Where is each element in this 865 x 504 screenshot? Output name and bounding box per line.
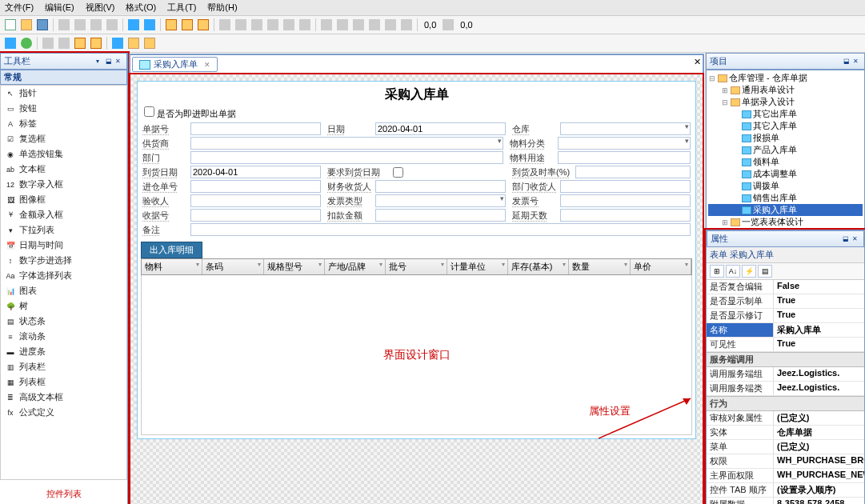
tb-del[interactable] (105, 18, 119, 32)
inp-rate[interactable] (575, 166, 691, 178)
grid-column[interactable]: 计量单位 (447, 259, 508, 274)
grid-column[interactable]: 物料 (142, 259, 202, 274)
inp-remark[interactable] (190, 223, 691, 236)
tb-redo[interactable] (142, 18, 157, 32)
menubar[interactable]: 文件(F) 编辑(E) 视图(V) 格式(O) 工具(T) 帮助(H) (0, 0, 865, 16)
tool-item[interactable]: A标签 (1, 116, 126, 131)
tab-close-icon[interactable]: ✕ (204, 61, 210, 69)
tb2-2[interactable] (19, 36, 34, 50)
tool-item[interactable]: ▥列表栏 (1, 359, 126, 374)
inp-matclass[interactable] (558, 137, 691, 150)
menu-file[interactable]: 文件(F) (5, 2, 34, 14)
tb-a8[interactable] (335, 18, 350, 32)
tb2-4[interactable] (57, 36, 71, 50)
tool-item[interactable]: fx公式定义 (1, 405, 126, 420)
tree-item[interactable]: 销售出库单 (708, 192, 863, 204)
panel-pin-icon[interactable]: ⬓ (843, 58, 851, 66)
menu-tools[interactable]: 工具(T) (167, 2, 196, 14)
tool-item[interactable]: ▤状态条 (1, 314, 126, 329)
inp-inbill[interactable] (190, 180, 321, 193)
form-canvas[interactable]: 采购入库单 是否为即进即出单据 单据号 日期 仓库 供货商 物料分类 部门 物料… (137, 81, 696, 439)
tb-a6[interactable] (298, 18, 312, 32)
inp-finrecv[interactable] (375, 180, 506, 193)
prop-grid[interactable]: 是否复合编辑False 是否显示制单True 是否显示修订True 名称采购入库… (707, 280, 864, 504)
prop-az-icon[interactable]: A↓ (726, 265, 740, 278)
menu-view[interactable]: 视图(V) (86, 2, 115, 14)
panel-close-icon[interactable]: ✕ (852, 235, 860, 243)
inp-invtype[interactable] (375, 194, 506, 207)
tb-box1[interactable] (164, 18, 178, 32)
tab-purchase-in[interactable]: 采购入库单 ✕ (132, 57, 218, 72)
tb2-1[interactable] (3, 36, 18, 50)
tb-cut[interactable] (57, 18, 71, 32)
prop-events-icon[interactable]: ⚡ (742, 265, 756, 278)
grid-column[interactable]: 规格型号 (264, 259, 325, 274)
tb-a10[interactable] (367, 18, 382, 32)
tree-item[interactable]: 领料单 (708, 156, 863, 168)
project-tree[interactable]: ⊟仓库管理 - 仓库单据 ⊞通用表单设计 ⊟单据录入设计 其它出库单其它入库单报… (706, 70, 865, 230)
tb-paste[interactable] (89, 18, 103, 32)
inp-deptrecv[interactable] (560, 180, 691, 193)
panel-pin-icon[interactable]: ⬓ (106, 58, 114, 66)
tb-a5[interactable] (282, 18, 296, 32)
tool-item[interactable]: ▦列表框 (1, 374, 126, 390)
tool-item[interactable]: 📅日期与时间 (1, 238, 126, 253)
tb-a9[interactable] (351, 18, 366, 32)
grid-column[interactable]: 数量 (569, 259, 630, 274)
prop-page-icon[interactable]: ▤ (758, 265, 772, 278)
tb-save[interactable] (35, 18, 50, 32)
tool-item[interactable]: ☑复选框 (1, 131, 126, 146)
tb-a12[interactable] (399, 18, 414, 32)
grid-column[interactable]: 库存(基本) (508, 259, 569, 274)
tb-a3[interactable] (250, 18, 264, 32)
tb-a11[interactable] (383, 18, 398, 32)
tree-item[interactable]: 产品入库单 (708, 144, 863, 156)
inp-arrive[interactable] (190, 166, 321, 178)
menu-format[interactable]: 格式(O) (126, 2, 156, 14)
tree-item[interactable]: 采购入库单 (708, 204, 863, 216)
tb2-5[interactable] (73, 36, 87, 50)
panel-close-icon[interactable]: ✕ (115, 58, 123, 66)
tool-item[interactable]: 🌳树 (1, 298, 126, 314)
menu-help[interactable]: 帮助(H) (207, 2, 237, 14)
panel-menu-icon[interactable]: ▾ (96, 58, 104, 66)
tree-item[interactable]: 报损单 (708, 132, 863, 144)
grid-column[interactable]: 条码 (202, 259, 263, 274)
grid-column[interactable]: 产地/品牌 (325, 259, 386, 274)
tool-item[interactable]: ▬进度条 (1, 344, 126, 359)
tree-item[interactable]: 成本调整单 (708, 168, 863, 180)
tb2-3[interactable] (41, 36, 55, 50)
inp-dept[interactable] (190, 151, 503, 164)
panel-close-icon[interactable]: ✕ (853, 58, 861, 66)
panel-pin-icon[interactable]: ⬓ (843, 235, 851, 243)
prop-cat-icon[interactable]: ⊞ (710, 265, 724, 278)
tool-item[interactable]: ↕数字步进选择 (1, 253, 126, 268)
tb2-7[interactable] (110, 36, 125, 50)
inp-wh[interactable] (560, 122, 691, 135)
grid-column[interactable]: 批号 (386, 259, 447, 274)
tabbar-close-icon[interactable]: ✕ (694, 57, 701, 72)
tb-box3[interactable] (196, 18, 210, 32)
tb-open[interactable] (19, 18, 34, 32)
tb-a4[interactable] (266, 18, 280, 32)
tree-item[interactable]: 调拨单 (708, 180, 863, 192)
tb-copy[interactable] (73, 18, 87, 32)
tool-item[interactable]: 🖼图像框 (1, 192, 126, 207)
grid-column[interactable]: 单价 (631, 259, 691, 274)
tree-item[interactable]: 其它出库单 (708, 108, 863, 120)
inp-deduct[interactable] (375, 209, 506, 222)
tool-item[interactable]: ◉单选按钮集 (1, 146, 126, 162)
grid-tab[interactable]: 出入库明细 (141, 242, 202, 258)
tool-item[interactable]: ab文本框 (1, 162, 126, 177)
tb2-9[interactable] (142, 36, 157, 50)
tool-item[interactable]: Aa字体选择列表 (1, 268, 126, 283)
tool-item[interactable]: ￥金额录入框 (1, 207, 126, 222)
tb-a7[interactable] (319, 18, 334, 32)
inp-recvno[interactable] (190, 209, 321, 222)
inp-delay[interactable] (560, 209, 691, 222)
design-surface[interactable]: 采购入库单 是否为即进即出单据 单据号 日期 仓库 供货商 物料分类 部门 物料… (130, 74, 703, 504)
tb-new[interactable] (3, 18, 18, 32)
prop-subject[interactable]: 表单 采购入库单 (707, 247, 864, 263)
tool-item[interactable]: 📊图表 (1, 283, 126, 298)
inp-billno[interactable] (190, 122, 321, 135)
